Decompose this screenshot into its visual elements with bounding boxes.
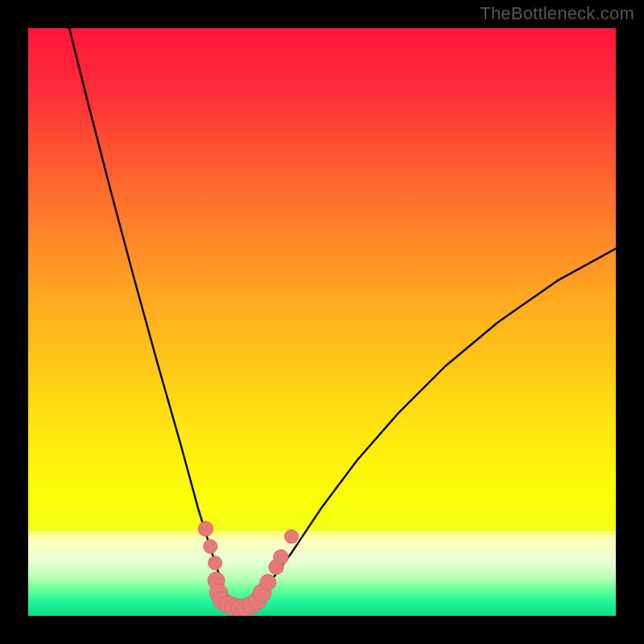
bottleneck-curve-plot xyxy=(28,28,616,616)
svg-rect-1 xyxy=(28,530,616,548)
plot-svg xyxy=(28,28,616,616)
data-marker xyxy=(260,575,276,591)
data-marker xyxy=(274,550,288,564)
data-marker xyxy=(198,522,213,536)
svg-rect-0 xyxy=(28,28,616,616)
data-marker xyxy=(285,530,299,543)
watermark-text: TheBottleneck.com xyxy=(480,3,634,24)
data-marker xyxy=(208,556,222,570)
data-marker xyxy=(204,539,217,553)
chart-frame: TheBottleneck.com xyxy=(0,0,644,644)
